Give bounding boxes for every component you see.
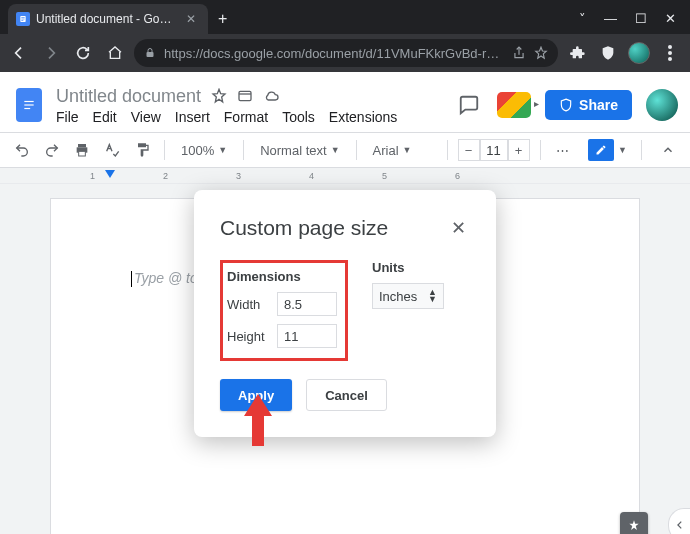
meet-button[interactable] bbox=[497, 92, 531, 118]
svg-rect-3 bbox=[21, 20, 23, 21]
spellcheck-icon[interactable] bbox=[100, 138, 124, 162]
print-icon[interactable] bbox=[70, 138, 94, 162]
docs-toolbar: 100%▼ Normal text▼ Arial▼ − 11 + ⋯ ▼ bbox=[0, 132, 690, 168]
svg-point-6 bbox=[668, 51, 672, 55]
units-select[interactable]: Inches ▲▼ bbox=[372, 283, 444, 309]
svg-rect-14 bbox=[79, 151, 86, 156]
svg-marker-15 bbox=[105, 170, 115, 178]
extension-shield-icon[interactable] bbox=[598, 43, 618, 63]
cancel-button[interactable]: Cancel bbox=[306, 379, 387, 411]
custom-page-size-dialog: Custom page size ✕ Dimensions Width Heig… bbox=[194, 190, 496, 437]
cloud-status-icon[interactable] bbox=[263, 88, 281, 104]
indent-marker-icon[interactable] bbox=[105, 170, 115, 180]
share-url-icon[interactable] bbox=[512, 46, 526, 60]
document-title[interactable]: Untitled document bbox=[56, 86, 201, 107]
menu-view[interactable]: View bbox=[131, 109, 161, 125]
browser-titlebar: Untitled document - Google Doc ✕ + ˅ — ☐… bbox=[0, 0, 690, 34]
collapse-toolbar-icon[interactable] bbox=[656, 138, 680, 162]
browser-address-bar: https://docs.google.com/document/d/11VMu… bbox=[0, 34, 690, 72]
paragraph-style-select[interactable]: Normal text▼ bbox=[254, 143, 345, 158]
stepper-arrows-icon: ▲▼ bbox=[428, 289, 437, 303]
profile-extension-icon[interactable] bbox=[628, 42, 650, 64]
lock-icon bbox=[144, 47, 156, 59]
docs-header: Untitled document File Edit View Insert … bbox=[0, 72, 690, 132]
units-value: Inches bbox=[379, 289, 417, 304]
browser-tab[interactable]: Untitled document - Google Doc ✕ bbox=[8, 4, 208, 34]
height-input[interactable] bbox=[277, 324, 337, 348]
font-select[interactable]: Arial▼ bbox=[367, 143, 437, 158]
dimensions-highlight-box: Dimensions Width Height bbox=[220, 260, 348, 361]
width-input[interactable] bbox=[277, 292, 337, 316]
more-tools-icon[interactable]: ⋯ bbox=[551, 138, 575, 162]
docs-logo[interactable] bbox=[12, 83, 46, 127]
svg-rect-11 bbox=[239, 91, 251, 100]
svg-point-7 bbox=[668, 57, 672, 61]
explore-button[interactable] bbox=[620, 512, 648, 534]
home-button[interactable] bbox=[102, 40, 128, 66]
svg-rect-12 bbox=[78, 144, 86, 147]
dialog-title: Custom page size bbox=[220, 216, 388, 240]
menu-insert[interactable]: Insert bbox=[175, 109, 210, 125]
font-size-decrease[interactable]: − bbox=[458, 139, 480, 161]
svg-rect-10 bbox=[24, 108, 30, 109]
forward-button[interactable] bbox=[38, 40, 64, 66]
font-size-control: − 11 + bbox=[458, 139, 530, 161]
bookmark-icon[interactable] bbox=[534, 46, 548, 60]
font-size-increase[interactable]: + bbox=[508, 139, 530, 161]
apply-button[interactable]: Apply bbox=[220, 379, 292, 411]
text-cursor bbox=[131, 271, 132, 287]
extensions-icon[interactable] bbox=[568, 43, 588, 63]
window-minimize-icon[interactable]: — bbox=[604, 11, 617, 26]
pencil-icon bbox=[588, 139, 614, 161]
redo-icon[interactable] bbox=[40, 138, 64, 162]
chrome-menu-icon[interactable] bbox=[660, 43, 680, 63]
comments-icon[interactable] bbox=[455, 91, 483, 119]
menu-bar: File Edit View Insert Format Tools Exten… bbox=[56, 109, 445, 125]
new-tab-button[interactable]: + bbox=[208, 4, 237, 34]
menu-tools[interactable]: Tools bbox=[282, 109, 315, 125]
editing-mode-button[interactable]: ▼ bbox=[588, 139, 627, 161]
window-close-icon[interactable]: ✕ bbox=[665, 11, 676, 26]
back-button[interactable] bbox=[6, 40, 32, 66]
move-icon[interactable] bbox=[237, 88, 253, 104]
svg-rect-8 bbox=[24, 101, 33, 102]
window-dropdown-icon[interactable]: ˅ bbox=[579, 11, 586, 26]
share-label: Share bbox=[579, 97, 618, 113]
svg-rect-9 bbox=[24, 104, 33, 105]
svg-rect-1 bbox=[21, 17, 24, 18]
url-box[interactable]: https://docs.google.com/document/d/11VMu… bbox=[134, 39, 558, 67]
show-side-panel-button[interactable] bbox=[668, 508, 690, 534]
svg-rect-4 bbox=[147, 52, 154, 57]
reload-button[interactable] bbox=[70, 40, 96, 66]
extension-icons bbox=[564, 42, 684, 64]
url-text: https://docs.google.com/document/d/11VMu… bbox=[164, 46, 504, 61]
menu-file[interactable]: File bbox=[56, 109, 79, 125]
zoom-select[interactable]: 100%▼ bbox=[175, 143, 233, 158]
font-size-value[interactable]: 11 bbox=[480, 139, 508, 161]
star-icon[interactable] bbox=[211, 88, 227, 104]
dimensions-label: Dimensions bbox=[227, 269, 337, 284]
menu-edit[interactable]: Edit bbox=[93, 109, 117, 125]
units-label: Units bbox=[372, 260, 444, 275]
window-controls: ˅ — ☐ ✕ bbox=[579, 11, 690, 34]
tab-close-icon[interactable]: ✕ bbox=[182, 12, 200, 26]
svg-rect-2 bbox=[21, 19, 24, 20]
window-maximize-icon[interactable]: ☐ bbox=[635, 11, 647, 26]
menu-format[interactable]: Format bbox=[224, 109, 268, 125]
account-avatar[interactable] bbox=[646, 89, 678, 121]
undo-icon[interactable] bbox=[10, 138, 34, 162]
tab-title: Untitled document - Google Doc bbox=[36, 12, 176, 26]
share-button[interactable]: Share bbox=[545, 90, 632, 120]
dialog-close-icon[interactable]: ✕ bbox=[446, 216, 470, 240]
docs-favicon bbox=[16, 12, 30, 26]
horizontal-ruler[interactable]: 1 2 3 4 5 6 bbox=[0, 168, 690, 184]
height-label: Height bbox=[227, 329, 269, 344]
svg-point-5 bbox=[668, 45, 672, 49]
menu-extensions[interactable]: Extensions bbox=[329, 109, 397, 125]
width-label: Width bbox=[227, 297, 269, 312]
paint-format-icon[interactable] bbox=[130, 138, 154, 162]
